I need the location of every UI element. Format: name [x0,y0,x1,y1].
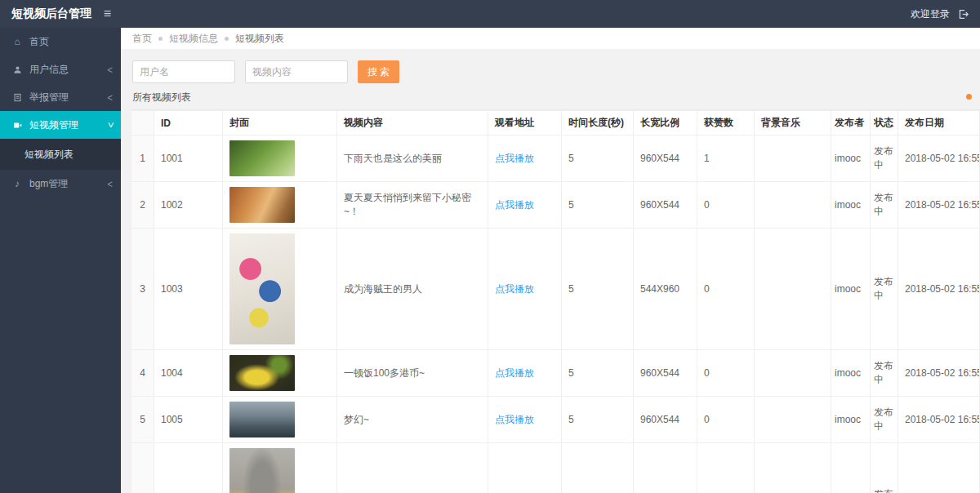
publish-date-cell: 2018-05-02 16:55:40 [898,397,980,443]
duration-cell: 5 [562,350,634,397]
topbar-actions: 欢迎登录 [911,7,980,21]
topbar: 短视频后台管理 ≡ 欢迎登录 [0,0,980,28]
duration-cell: 5 [562,443,634,493]
video-content-cell: 看我变魔术啦~~ [337,443,488,493]
sidebar-item-home[interactable]: ⌂ 首页 [0,28,121,56]
video-id-cell: 1002 [154,182,223,229]
video-content-cell: 下雨天也是这么的美丽 [337,135,488,182]
video-id-cell: 1005 [154,397,223,443]
likes-count-cell: 0 [697,182,755,229]
search-button[interactable]: 搜 索 [358,60,399,83]
video-content-cell: 夏天夏天悄悄到来留下小秘密~！ [337,182,488,229]
video-content-input[interactable] [245,60,348,83]
status-cell: 发布中 [871,350,898,397]
video-id-cell: 1003 [154,229,223,350]
duration-cell: 5 [562,397,634,443]
table-row: 51005梦幻~点我播放5960X5440imooc发布中2018-05-02 … [131,397,980,443]
publisher-cell: imooc [831,443,871,493]
ratio-cell: 544X960 [634,229,697,350]
sidebar-subitem-video-list[interactable]: 短视频列表 [0,142,121,167]
publisher-cell: imooc [831,135,871,182]
watch-address-cell: 点我播放 [488,443,562,493]
table-header-cell: 背景音乐 [755,111,831,135]
watch-address-cell: 点我播放 [488,397,562,443]
table-header-cell: 获赞数 [697,111,755,135]
breadcrumb: 首页 短视频信息 短视频列表 [121,28,980,49]
play-video-link[interactable]: 点我播放 [495,153,534,164]
status-cell: 发布中 [871,135,898,182]
bgm-cell [755,443,831,493]
panel-title: 所有视频列表 [132,90,969,104]
main-content: 首页 短视频信息 短视频列表 搜 索 所有视频列表 ID封面视频内容观看地址时间… [121,28,980,493]
cloudy-sky-photo [229,402,295,437]
panel-tool-dot-icon [966,94,972,100]
table-header-cell: 发布者 [831,111,871,135]
table-row: 11001下雨天也是这么的美丽点我播放5960X5441imooc发布中2018… [131,135,980,182]
cover-cell [223,350,337,397]
ratio-cell: 960X544 [634,350,697,397]
cover-cell [223,397,337,443]
likes-count-cell: 0 [697,443,755,493]
ratio-cell: 960X544 [634,182,697,229]
play-video-link[interactable]: 点我播放 [495,414,534,425]
duration-cell: 5 [562,229,634,350]
sidebar-item-user-info[interactable]: 用户信息 < [0,56,121,83]
table-header-cell: 长宽比例 [634,111,697,135]
sidebar-item-bgm-mgmt[interactable]: ♪ bgm管理 < [0,170,121,198]
table-header-cell: 状态 [871,111,898,135]
music-icon: ♪ [11,178,23,189]
search-form: 搜 索 [132,60,980,83]
sidebar-item-report-mgmt[interactable]: 举报管理 < [0,83,121,111]
breadcrumb-video-info[interactable]: 短视频信息 [169,32,218,46]
watch-address-cell: 点我播放 [488,229,562,350]
food-photo [229,355,295,391]
watch-address-cell: 点我播放 [488,350,562,397]
welcome-login-link[interactable]: 欢迎登录 [911,7,950,21]
publisher-cell: imooc [831,229,871,350]
sidebar: ⌂ 首页 用户信息 < 举报管理 < 短视频管理 < 短视频列表 ♪ bgm管理… [0,28,121,493]
report-icon [11,93,23,102]
table-header-cell: 发布日期 [898,111,980,135]
publisher-cell: imooc [831,182,871,229]
video-id-cell: 1004 [154,350,223,397]
doll-in-bucket-photo [229,448,295,493]
publish-date-cell: 2018-05-02 16:55:40 [898,182,980,229]
status-cell: 发布中 [871,229,898,350]
likes-count-cell: 0 [697,350,755,397]
play-video-link[interactable]: 点我播放 [495,367,534,379]
play-video-link[interactable]: 点我播放 [495,199,534,211]
user-icon [11,65,23,74]
bgm-cell [755,182,831,229]
hamburger-menu-icon[interactable]: ≡ [104,7,111,20]
chevron-down-icon: < [105,122,116,127]
video-content-cell: 梦幻~ [337,397,488,443]
sidebar-submenu: 短视频列表 [0,139,121,170]
bgm-cell [755,135,831,182]
row-number: 1 [131,135,154,182]
row-number: 2 [131,182,154,229]
table-row: 21002夏天夏天悄悄到来留下小秘密~！点我播放5960X5440imooc发布… [131,182,980,229]
sidebar-item-video-mgmt[interactable]: 短视频管理 < [0,111,121,139]
green-leaves-photo [229,140,295,176]
breadcrumb-home[interactable]: 首页 [132,32,152,46]
publish-date-cell: 2018-05-02 16:55:40 [898,350,980,397]
publisher-cell: imooc [831,397,871,443]
video-icon [11,121,23,130]
cover-cell [223,229,337,350]
logout-icon[interactable] [958,9,969,20]
table-header-cell: 封面 [223,111,337,135]
home-icon: ⌂ [11,36,23,47]
username-input[interactable] [132,60,235,83]
table-header-cell: 观看地址 [488,111,562,135]
video-table: ID封面视频内容观看地址时间长度(秒)长宽比例获赞数背景音乐发布者状态发布日期 … [131,110,980,493]
breadcrumb-video-list: 短视频列表 [235,32,284,46]
chevron-left-icon: < [108,178,113,189]
status-cell: 发布中 [871,443,898,493]
publish-date-cell: 2018-05-02 16:55:40 [898,229,980,350]
bgm-cell [755,350,831,397]
play-video-link[interactable]: 点我播放 [495,283,534,295]
status-cell: 发布中 [871,182,898,229]
table-body: 11001下雨天也是这么的美丽点我播放5960X5441imooc发布中2018… [131,135,980,493]
table-header-cell [131,111,154,135]
app-title: 短视频后台管理 [11,7,91,21]
